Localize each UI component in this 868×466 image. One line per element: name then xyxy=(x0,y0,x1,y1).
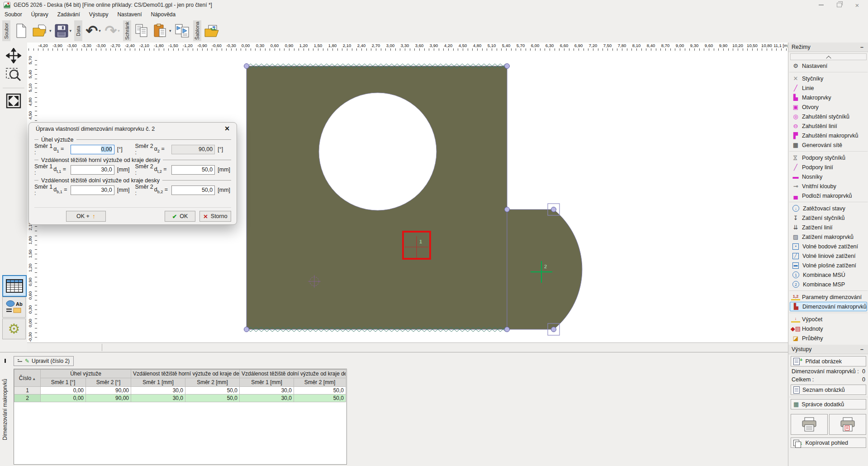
redo-button[interactable]: ↷ ▾ xyxy=(103,20,122,41)
open-dropdown-icon[interactable]: ▾ xyxy=(49,29,52,33)
node-handle[interactable] xyxy=(505,327,510,332)
sidebar-item-linie[interactable]: ╱Linie xyxy=(790,83,867,93)
sidebar-item-podlozi-makroprvku[interactable]: ▄Podloží makroprvků xyxy=(790,191,867,200)
settings-view-button[interactable]: ⚙ xyxy=(2,319,26,339)
node-handle[interactable] xyxy=(505,207,510,212)
sidebar-item-zatezovaci-stavy[interactable]: ↓Zatěžovací stavy xyxy=(790,204,867,213)
print-selection-button[interactable] xyxy=(829,414,866,435)
cancel-button[interactable]: ✕Storno xyxy=(199,211,231,222)
table-cell[interactable]: 30,0 xyxy=(240,387,294,395)
db2-input[interactable]: 50,0 xyxy=(171,185,215,195)
edit-row-button[interactable]: ✎ Upravit (číslo 2) xyxy=(14,356,74,366)
table-cell[interactable]: 30,0 xyxy=(240,395,294,402)
dt1-input[interactable]: 30,0 xyxy=(71,165,114,175)
ok-button[interactable]: ✔OK xyxy=(165,211,195,222)
table-cell[interactable]: 30,0 xyxy=(131,395,185,402)
group-header-2[interactable]: Vzdálenost těžiště dolní výztuže od kraj… xyxy=(240,370,346,378)
menu-item-napoveda[interactable]: Nápověda xyxy=(146,10,180,19)
table-cell[interactable]: 30,0 xyxy=(131,387,185,395)
row-number-cell[interactable]: 2 xyxy=(14,395,41,402)
slab-opening[interactable] xyxy=(319,93,436,210)
pan-view-button[interactable] xyxy=(5,47,22,64)
menu-item-upravy[interactable]: Úpravy xyxy=(27,10,53,19)
sidebar-item-kombinace-msp[interactable]: 2Kombinace MSP xyxy=(790,280,867,289)
modes-minimize-button[interactable]: – xyxy=(859,44,865,50)
save-dropdown-icon[interactable]: ▾ xyxy=(70,29,72,33)
minimize-button[interactable] xyxy=(812,0,830,10)
restore-button[interactable] xyxy=(830,0,848,10)
sub-header-3[interactable]: Směr 2 [mm] xyxy=(185,378,240,387)
row-number-cell[interactable]: 1 xyxy=(14,387,41,395)
sidebar-item-nastaveni[interactable]: ⚙Nastavení xyxy=(790,61,867,71)
menu-item-zadavani[interactable]: Zadávání xyxy=(53,10,85,19)
save-button[interactable]: ▾ xyxy=(53,20,73,41)
sidebar-item-podpory-stycniku[interactable]: ⋈Podpory styčníků xyxy=(790,153,867,162)
sidebar-item-vypocet[interactable]: ↓Výpočet xyxy=(790,314,867,324)
sub-header-2[interactable]: Směr 1 [mm] xyxy=(131,378,185,387)
open-file-button[interactable]: ▾ xyxy=(31,20,53,41)
node-handle[interactable] xyxy=(551,327,556,332)
new-file-button[interactable] xyxy=(12,20,31,41)
table-cell[interactable]: 0,00 xyxy=(41,395,86,402)
annotation-view-button[interactable]: Ab xyxy=(2,297,26,318)
paste-dropdown-icon[interactable]: ▾ xyxy=(169,29,171,33)
fit-view-button[interactable] xyxy=(5,92,22,109)
sidebar-item-parametry-dimenzovani[interactable]: 1,2Parametry dimenzování xyxy=(790,292,867,302)
node-handle[interactable] xyxy=(244,64,249,69)
sidebar-item-stycniky[interactable]: ✕Styčníky xyxy=(790,74,867,83)
table-cell[interactable]: 90,00 xyxy=(86,387,131,395)
menu-item-soubor[interactable]: Soubor xyxy=(0,10,27,19)
sidebar-item-zahusteni-linii[interactable]: ⊖Zahuštění linií xyxy=(790,121,867,131)
sidebar-item-makroprvky[interactable]: ▙Makroprvky xyxy=(790,93,867,102)
sidebar-item-zatizeni-stycniku[interactable]: ↧Zatížení styčníků xyxy=(790,213,867,223)
zoom-region-button[interactable] xyxy=(5,66,22,83)
sub-header-4[interactable]: Směr 1 [mm] xyxy=(240,378,294,387)
table-view-button[interactable] xyxy=(2,275,27,297)
undo-button[interactable]: ↶ ▾ xyxy=(84,20,103,41)
sidebar-item-dimenzovani-makroprvku[interactable]: ▙Dimenzování makroprvků xyxy=(790,302,867,311)
sub-header-0[interactable]: Směr 1 [°] xyxy=(41,378,86,387)
menu-item-vystupy[interactable]: Výstupy xyxy=(85,10,113,19)
redo-dropdown-icon[interactable]: ▾ xyxy=(118,29,120,33)
sidebar-item-zatizeni-linii[interactable]: ⇊Zatížení linií xyxy=(790,223,867,232)
add-picture-button[interactable]: + Přidat obrázek xyxy=(791,356,866,366)
node-handle[interactable] xyxy=(551,207,556,212)
copy-view-button[interactable]: ↓ Kopírovat pohled xyxy=(791,437,866,448)
node-handle[interactable] xyxy=(244,327,249,332)
dt2-input[interactable]: 50,0 xyxy=(171,165,215,175)
sidebar-item-volne-plosne-zatizeni[interactable]: ▬Volné plošné zatížení xyxy=(790,261,867,270)
dialog-close-button[interactable]: ✕ xyxy=(223,125,232,133)
sidebar-item-volne-liniove-zatizeni[interactable]: ╱Volné liniové zatížení xyxy=(790,251,867,261)
slab-macroelement-2[interactable] xyxy=(507,209,582,329)
sidebar-item-nosniky[interactable]: ▬Nosníky xyxy=(790,172,867,181)
table-cell[interactable]: 0,00 xyxy=(41,387,86,395)
sidebar-item-volne-bodove-zatizeni[interactable]: ▪Volné bodové zatížení xyxy=(790,242,867,251)
insert-picture-button[interactable] xyxy=(203,20,222,41)
addon-manager-button[interactable]: ▦ Správce dodatků xyxy=(791,399,866,409)
close-button[interactable]: × xyxy=(848,0,866,10)
undo-dropdown-icon[interactable]: ▾ xyxy=(99,29,101,33)
alpha1-input[interactable]: 0,00 xyxy=(71,145,114,154)
sidebar-item-kombinace-msu[interactable]: 1Kombinace MSÚ xyxy=(790,270,867,280)
group-header-1[interactable]: Vzdálenost těžiště horní výztuže od kraj… xyxy=(131,370,240,378)
paste-button[interactable]: ▾ xyxy=(152,20,173,41)
copy-button[interactable] xyxy=(133,20,152,41)
sidebar-item-zahusteni-makroprvku[interactable]: ▛Zahuštění makroprvků xyxy=(790,131,867,140)
group-header-0[interactable]: Úhel výztuže xyxy=(41,370,131,378)
menu-item-nastaveni[interactable]: Nastavení xyxy=(113,10,146,19)
sub-header-5[interactable]: Směr 2 [mm] xyxy=(294,378,346,387)
print-preview-button[interactable] xyxy=(173,20,192,41)
sidebar-item-hodnoty[interactable]: ◆▤Hodnoty xyxy=(790,324,867,333)
sidebar-item-vnitrni-klouby[interactable]: ⊸Vnitřní klouby xyxy=(790,181,867,191)
db1-input[interactable]: 30,0 xyxy=(71,185,114,195)
table-row-2[interactable]: 20,0090,0030,050,030,050,0 xyxy=(14,395,346,402)
table-cell[interactable]: 50,0 xyxy=(294,387,346,395)
print-button[interactable] xyxy=(791,414,828,435)
table-cell[interactable]: 50,0 xyxy=(185,387,240,395)
ok-plus-button[interactable]: OK +↑ xyxy=(66,211,106,222)
node-handle[interactable] xyxy=(505,64,510,69)
sidebar-item-generovani-site[interactable]: ▦Generování sítě xyxy=(790,140,867,150)
sidebar-item-podpory-linii[interactable]: ╱Podpory linií xyxy=(790,162,867,172)
sidebar-collapse-button[interactable] xyxy=(790,53,867,60)
sub-header-1[interactable]: Směr 2 [°] xyxy=(86,378,131,387)
